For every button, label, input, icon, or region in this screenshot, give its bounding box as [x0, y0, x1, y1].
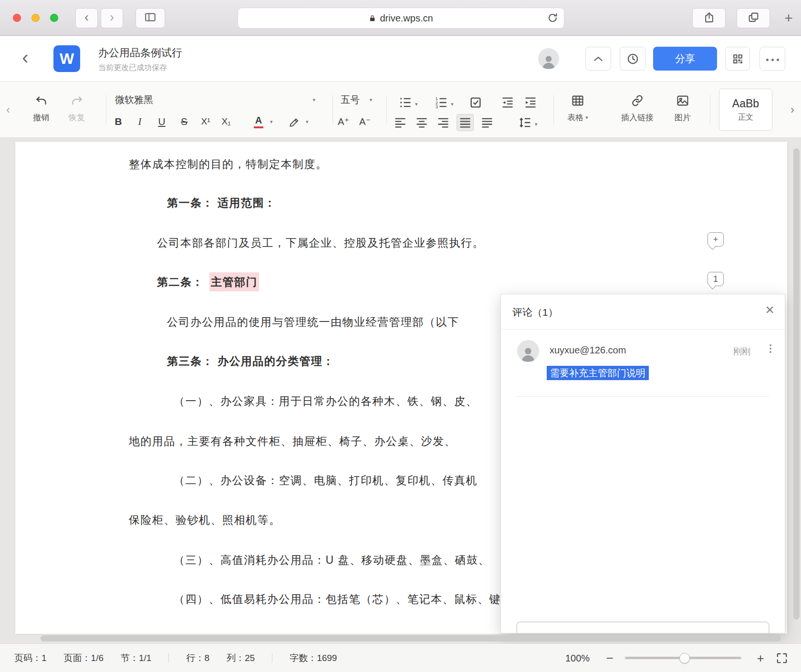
- toolbar-scroll-left-button[interactable]: ‹: [3, 102, 13, 118]
- add-comment-marker[interactable]: +: [707, 232, 724, 247]
- collapse-toolbar-button[interactable]: [585, 47, 611, 71]
- insert-table-button[interactable]: 表格▾: [561, 89, 594, 123]
- indent-decrease-icon: [501, 96, 514, 109]
- line-spacing-button[interactable]: [519, 116, 532, 131]
- doc-paragraph[interactable]: （一）、办公家具：用于日常办公的各种木、铁、钢、皮、: [174, 394, 478, 409]
- traffic-lights: [13, 14, 58, 22]
- share-button[interactable]: 分享: [653, 47, 717, 71]
- align-justify-button[interactable]: [457, 114, 474, 131]
- decrease-indent-button[interactable]: [501, 96, 514, 111]
- show-tabs-button[interactable]: [737, 8, 770, 28]
- redo-button[interactable]: 恢复: [62, 89, 92, 123]
- chevron-down-icon[interactable]: ▾: [451, 102, 454, 107]
- comment-author: xuyxue@126.com: [550, 345, 626, 356]
- zoom-window-button[interactable]: [50, 14, 58, 22]
- close-window-button[interactable]: [13, 14, 21, 22]
- table-label: 表格: [567, 112, 583, 123]
- doc-paragraph[interactable]: 公司办公用品的使用与管理统一由物业经营管理部（以下: [167, 315, 459, 330]
- increase-font-size-button[interactable]: A⁺: [333, 112, 354, 131]
- checklist-button[interactable]: [469, 96, 482, 111]
- doc-paragraph[interactable]: 第二条：主管部门: [157, 275, 259, 289]
- font-size-value: 五号: [341, 93, 360, 106]
- bold-button[interactable]: B: [109, 112, 127, 131]
- comment-reply-input[interactable]: [516, 621, 770, 633]
- url-bar[interactable]: drive.wps.cn: [238, 8, 564, 29]
- redo-icon: [71, 89, 83, 112]
- chevron-down-icon[interactable]: ▾: [306, 119, 309, 124]
- zoom-slider-thumb[interactable]: [679, 653, 690, 663]
- doc-paragraph[interactable]: 整体成本控制的目的，特制定本制度。: [129, 157, 328, 172]
- doc-paragraph[interactable]: 公司本部各部门及员工，下属企业、控股及托管企业参照执行。: [157, 236, 484, 250]
- insert-image-button[interactable]: 图片: [667, 89, 698, 123]
- toolbar-scroll-right-button[interactable]: ›: [787, 102, 798, 118]
- zoom-level[interactable]: 100%: [565, 653, 590, 664]
- undo-button[interactable]: 撤销: [26, 89, 56, 123]
- align-right-button[interactable]: [437, 116, 450, 131]
- font-name-select[interactable]: 微软雅黑 ▾: [115, 92, 315, 107]
- comment-menu-kebab-icon[interactable]: [770, 343, 771, 354]
- doc-paragraph[interactable]: 第一条： 适用范围：: [167, 196, 276, 210]
- horizontal-scrollbar-thumb[interactable]: [41, 635, 781, 641]
- doc-paragraph[interactable]: （二）、办公设备：空调、电脑、打印机、复印机、传真机: [174, 473, 478, 488]
- decrease-font-size-button[interactable]: A⁻: [355, 112, 375, 131]
- image-label: 图片: [675, 112, 691, 123]
- table-icon: [571, 89, 584, 112]
- user-avatar[interactable]: [538, 48, 559, 69]
- doc-paragraph[interactable]: （四）、低值易耗办公用品：包括笔（芯）、笔记本、鼠标、键盘: [174, 592, 513, 607]
- bold-label: B: [114, 116, 122, 127]
- insert-link-button[interactable]: 插入链接: [614, 89, 660, 123]
- bullet-list-button[interactable]: [399, 96, 412, 111]
- subscript-label: X₁: [221, 116, 230, 127]
- back-to-drive-button[interactable]: ‹: [17, 45, 33, 72]
- vertical-scrollbar-thumb[interactable]: [793, 148, 800, 620]
- minimize-window-button[interactable]: [31, 14, 40, 22]
- more-options-button[interactable]: [759, 47, 785, 71]
- comment-divider: [516, 396, 770, 397]
- share-icon: [703, 11, 715, 25]
- align-left-button[interactable]: [394, 116, 407, 131]
- doc-paragraph[interactable]: （三）、高值消耗办公用品：U 盘、移动硬盘、墨盒、硒鼓、: [174, 553, 490, 568]
- sidebar-icon: [144, 11, 156, 25]
- font-color-button[interactable]: A: [250, 112, 268, 131]
- zoom-out-button[interactable]: −: [602, 651, 617, 666]
- distribute-align-icon: [480, 116, 494, 129]
- formatting-toolbar: ‹ 撤销 恢复 微软雅黑 ▾ B I U S X¹ X₁ A ▾: [0, 82, 801, 138]
- wps-writer-logo: W: [53, 45, 80, 72]
- comment-count-marker[interactable]: 1: [707, 272, 724, 286]
- zoom-in-button[interactable]: +: [753, 651, 768, 666]
- chevron-down-icon[interactable]: ▾: [415, 102, 418, 107]
- chevron-down-icon[interactable]: ▾: [270, 119, 273, 124]
- highlight-color-button[interactable]: [285, 113, 303, 131]
- italic-button[interactable]: I: [131, 112, 149, 131]
- qr-code-button[interactable]: [725, 47, 750, 71]
- font-size-select[interactable]: 五号 ▾: [341, 92, 372, 107]
- doc-paragraph[interactable]: 地的用品，主要有各种文件柜、抽屉柜、椅子、办公桌、沙发、: [129, 434, 456, 449]
- numbered-list-button[interactable]: 123: [435, 96, 448, 111]
- commented-text-highlight[interactable]: 主管部门: [209, 272, 259, 291]
- close-icon[interactable]: ×: [765, 302, 774, 317]
- align-center-button[interactable]: [415, 116, 428, 131]
- increase-indent-button[interactable]: [524, 96, 537, 111]
- underline-button[interactable]: U: [153, 112, 171, 131]
- browser-forward-button[interactable]: ›: [101, 8, 123, 28]
- chevron-down-icon[interactable]: ▾: [535, 122, 538, 127]
- plus-icon: +: [713, 235, 718, 245]
- fullscreen-button[interactable]: [775, 651, 789, 665]
- superscript-button[interactable]: X¹: [196, 112, 216, 131]
- new-tab-button[interactable]: +: [778, 8, 800, 28]
- comment-text-selected[interactable]: 需要补充主管部门说明: [547, 366, 649, 380]
- share-page-button[interactable]: [692, 8, 726, 28]
- subscript-button[interactable]: X₁: [216, 112, 236, 131]
- more-dots-icon: [765, 54, 780, 63]
- doc-paragraph[interactable]: 第三条： 办公用品的分类管理：: [167, 354, 334, 369]
- underline-label: U: [158, 116, 165, 127]
- reload-icon[interactable]: [547, 12, 559, 26]
- browser-back-button[interactable]: ‹: [75, 8, 98, 28]
- strikethrough-button[interactable]: S: [175, 112, 193, 131]
- sidebar-toggle-button[interactable]: [135, 8, 165, 28]
- doc-paragraph[interactable]: 保险柜、验钞机、照相机等。: [129, 513, 281, 527]
- history-button[interactable]: [620, 47, 645, 71]
- paragraph-style-button[interactable]: AaBb 正文: [719, 89, 772, 131]
- distribute-align-button[interactable]: [480, 116, 494, 131]
- minus-icon: −: [606, 652, 613, 664]
